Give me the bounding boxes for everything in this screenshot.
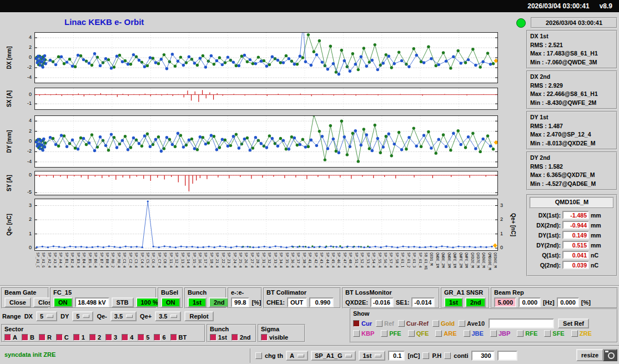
- gr-snsr-2nd-button[interactable]: 2nd: [465, 297, 486, 307]
- range-dx-select[interactable]: 5: [36, 311, 57, 321]
- checkbox[interactable]: [408, 330, 415, 337]
- dx-plot: [34, 32, 498, 83]
- checkbox[interactable]: [39, 334, 46, 341]
- conti-checkbox[interactable]: [444, 352, 451, 359]
- checkbox[interactable]: [122, 334, 128, 341]
- checkbox[interactable]: [4, 334, 11, 341]
- sector-6-toggle[interactable]: 6: [154, 334, 165, 341]
- show-cur-ref-toggle[interactable]: Cur-Ref: [398, 320, 429, 327]
- bpm-label: QWDE_1M: [435, 252, 439, 267]
- bpm-label: SP_61_4: [418, 252, 422, 267]
- monitor-label: DX(1st):: [530, 212, 561, 219]
- show-jbp-toggle[interactable]: JBP: [490, 330, 510, 337]
- sector-4-toggle[interactable]: 4: [122, 334, 133, 341]
- checkbox[interactable]: [353, 330, 360, 337]
- threshold-field[interactable]: 0.1: [388, 351, 405, 361]
- show-pfe-toggle[interactable]: PFE: [381, 330, 401, 337]
- bpm-select[interactable]: SP_A1_G: [311, 351, 356, 361]
- show-are-toggle[interactable]: ARE: [435, 330, 456, 337]
- monitor-row: Q(2nd): 0.039 nC: [530, 261, 614, 269]
- sector-5-toggle[interactable]: 5: [138, 334, 149, 341]
- show-title: Show: [353, 311, 615, 317]
- fc15-on-button[interactable]: ON: [53, 297, 73, 307]
- checkbox[interactable]: [544, 330, 551, 337]
- sector-b-toggle[interactable]: B: [22, 334, 34, 341]
- range-dy-select[interactable]: 5: [72, 311, 93, 321]
- show-ref-toggle[interactable]: Ref: [376, 320, 394, 327]
- show-zre-toggle[interactable]: ZRE: [571, 330, 592, 337]
- checkbox[interactable]: [381, 330, 387, 337]
- bunch-1st-toggle[interactable]: 1st: [210, 334, 227, 341]
- show-sfe-toggle[interactable]: SFE: [544, 330, 564, 337]
- bpm-label: SP_57_4: [389, 252, 392, 267]
- show-kbp-toggle[interactable]: KBP: [353, 330, 374, 337]
- checkbox[interactable]: [154, 334, 160, 341]
- bunch-2nd-toggle[interactable]: 2nd: [232, 334, 251, 341]
- checkbox[interactable]: [138, 334, 144, 341]
- checkbox[interactable]: [210, 334, 217, 341]
- sector-2-toggle[interactable]: 2: [89, 334, 101, 341]
- sector-c-toggle[interactable]: C: [56, 334, 69, 341]
- wave-select[interactable]: A: [286, 351, 308, 361]
- show-gold-toggle[interactable]: Gold: [432, 320, 455, 327]
- y-tick-label: 1: [29, 231, 32, 236]
- checkbox[interactable]: [398, 320, 405, 327]
- sector-3-toggle[interactable]: 3: [105, 334, 117, 341]
- sector-bt-toggle[interactable]: BT: [170, 334, 187, 341]
- show-ave10-toggle[interactable]: Ave10: [459, 320, 485, 327]
- sigma-visible-checkbox[interactable]: [261, 334, 268, 341]
- checkbox[interactable]: [170, 334, 177, 341]
- checkbox[interactable]: [517, 330, 524, 337]
- checkbox[interactable]: [432, 320, 439, 327]
- checkbox[interactable]: [490, 330, 497, 337]
- gr-snsr-1st-button[interactable]: 1st: [444, 297, 463, 307]
- bunch-select[interactable]: 1st: [359, 351, 385, 361]
- show-rfe-toggle[interactable]: RFE: [517, 330, 537, 337]
- bpm-label: SP_58_4: [395, 252, 399, 267]
- checkbox[interactable]: [571, 330, 578, 337]
- sector-1-toggle[interactable]: 1: [73, 334, 85, 341]
- checkbox[interactable]: [232, 334, 238, 341]
- sigma-visible-toggle[interactable]: visible: [261, 334, 288, 341]
- ph-checkbox[interactable]: [422, 352, 429, 359]
- bunch-2nd-button[interactable]: 2nd: [209, 297, 230, 307]
- screenshot-button[interactable]: [603, 349, 617, 361]
- checkbox[interactable]: [464, 330, 470, 337]
- y-tick-label: 0: [29, 245, 32, 250]
- busel-on-button[interactable]: ON: [161, 297, 180, 307]
- sector-a-toggle[interactable]: A: [4, 334, 17, 341]
- checkbox[interactable]: [376, 320, 383, 327]
- checkbox-label: R: [47, 334, 52, 341]
- checkbox[interactable]: [22, 334, 28, 341]
- y-tick-label: 2: [29, 44, 32, 50]
- checkbox[interactable]: [56, 334, 63, 341]
- ee-ratio-unit: [%]: [251, 299, 261, 306]
- option-menu-glyph: [375, 354, 381, 357]
- checkbox[interactable]: [435, 330, 442, 337]
- chg-th-checkbox[interactable]: [255, 352, 262, 359]
- show-cur-toggle[interactable]: Cur: [353, 320, 372, 327]
- sector-r-toggle[interactable]: R: [39, 334, 52, 341]
- dy-axis-title: DY [mm]: [6, 130, 12, 153]
- set-ref-button[interactable]: Set Ref: [558, 318, 589, 328]
- checkbox[interactable]: [353, 320, 360, 327]
- replot-button[interactable]: Replot: [184, 311, 213, 321]
- show-jbe-toggle[interactable]: JBE: [464, 330, 484, 337]
- count-field[interactable]: 300: [471, 351, 495, 361]
- percent-unit-label: [%]: [581, 299, 591, 306]
- aux-input[interactable]: [497, 351, 517, 361]
- checkbox[interactable]: [105, 334, 112, 341]
- bpm-label: SP_B1_4: [64, 252, 68, 267]
- beam-gate-close-button-1[interactable]: Close: [4, 297, 31, 307]
- checkbox[interactable]: [459, 320, 465, 327]
- range-qe-minus-select[interactable]: 3.5: [110, 311, 137, 321]
- checkbox[interactable]: [73, 334, 80, 341]
- show-qfe-toggle[interactable]: QFE: [408, 330, 429, 337]
- range-qe-plus-select[interactable]: 3.5: [155, 311, 181, 321]
- ref-name-input[interactable]: [489, 318, 554, 328]
- resize-button[interactable]: resize: [576, 349, 603, 361]
- checkbox-label: Gold: [441, 320, 455, 327]
- fc15-stb-button[interactable]: STB: [112, 297, 134, 307]
- bunch-1st-button[interactable]: 1st: [188, 297, 207, 307]
- checkbox[interactable]: [89, 334, 96, 341]
